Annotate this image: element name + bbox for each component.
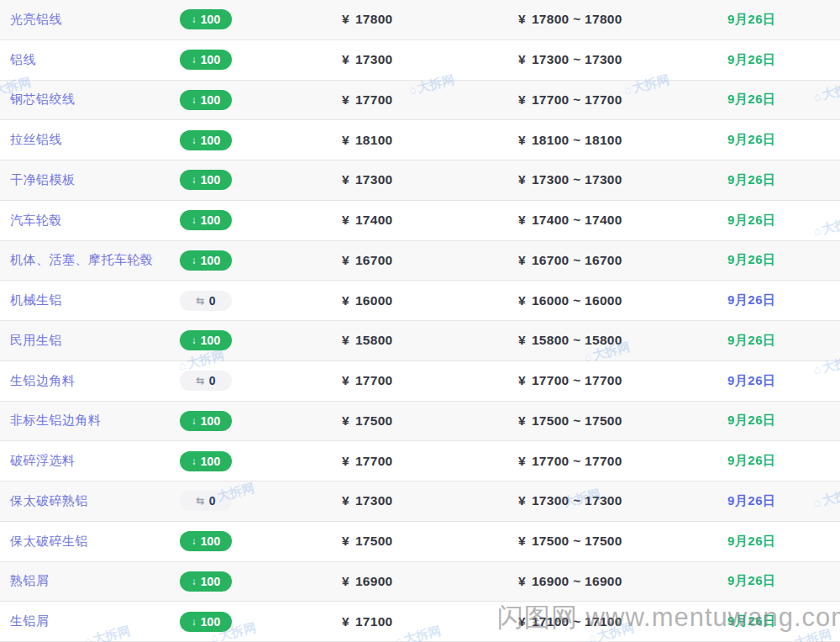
product-link[interactable]: 光亮铝线: [10, 12, 62, 26]
range-cell: ¥17700 ~ 17700: [518, 373, 727, 388]
change-arrow-icon: ↓: [192, 576, 197, 587]
change-badge: ↓ 100: [180, 612, 232, 632]
price-cell: ¥17700: [342, 454, 518, 469]
price-currency-symbol: ¥: [342, 172, 349, 187]
price-value: 17800: [355, 12, 393, 26]
price-value: 16000: [355, 293, 393, 308]
range-value: 16000 ~ 16000: [532, 293, 622, 308]
product-link[interactable]: 机械生铝: [10, 292, 62, 307]
product-link[interactable]: 民用生铝: [10, 333, 62, 347]
date-label: 9月26日: [727, 12, 776, 26]
change-arrow-icon: ↓: [192, 174, 197, 186]
range-cell: ¥17700 ~ 17700: [518, 454, 727, 469]
table-row: 干净铝模板 ↓ 100 ¥17300 ¥17300 ~ 17300 9月26日: [0, 160, 840, 201]
date-label: 9月26日: [727, 252, 776, 266]
product-link[interactable]: 铝线: [10, 52, 36, 66]
product-link[interactable]: 拉丝铝线: [10, 132, 62, 146]
change-badge: ↓ 100: [180, 330, 232, 350]
table-row: 生铝边角料 ⇆ 0 ¥17700 ¥17700 ~ 17700 9月26日: [0, 361, 840, 402]
range-value: 17300 ~ 17300: [532, 52, 622, 66]
change-cell: ⇆ 0: [180, 291, 342, 311]
product-link[interactable]: 钢芯铝绞线: [10, 92, 76, 106]
range-currency-symbol: ¥: [518, 293, 526, 308]
change-arrow-icon: ↓: [192, 535, 197, 547]
product-cell: 机械生铝: [0, 292, 180, 308]
change-cell: ↓ 100: [180, 130, 342, 150]
change-value: 100: [201, 334, 220, 347]
change-arrow-icon: ↓: [192, 415, 197, 427]
change-value: 0: [209, 294, 216, 308]
price-cell: ¥18100: [342, 133, 518, 148]
table-row: 机械生铝 ⇆ 0 ¥16000 ¥16000 ~ 16000 9月26日: [0, 281, 840, 321]
product-link[interactable]: 干净铝模板: [10, 172, 76, 187]
price-cell: ¥17300: [342, 52, 518, 67]
change-value: 100: [201, 134, 220, 147]
change-value: 100: [201, 213, 220, 227]
change-arrow-icon: ⇆: [197, 375, 205, 387]
range-cell: ¥16900 ~ 16900: [518, 574, 727, 589]
range-cell: ¥17500 ~ 17500: [518, 413, 727, 429]
date-label: 9月26日: [727, 534, 776, 548]
range-cell: ¥17300 ~ 17300: [518, 52, 727, 67]
range-currency-symbol: ¥: [518, 52, 526, 66]
range-currency-symbol: ¥: [518, 213, 526, 227]
change-cell: ⇆ 0: [180, 371, 342, 391]
date-label: 9月26日: [727, 413, 776, 427]
price-table: 光亮铝线 ↓ 100 ¥17800 ¥17800 ~ 17800 9月26日 铝…: [0, 0, 840, 642]
change-value: 100: [201, 53, 220, 66]
change-badge: ↓ 100: [180, 250, 232, 271]
change-value: 100: [201, 615, 220, 629]
change-cell: ↓ 100: [180, 170, 342, 190]
range-currency-symbol: ¥: [518, 333, 526, 347]
price-currency-symbol: ¥: [342, 293, 349, 308]
product-link[interactable]: 机体、活塞、摩托车轮毂: [10, 252, 154, 266]
table-row: 钢芯铝绞线 ↓ 100 ¥17700 ¥17700 ~ 17700 9月26日: [0, 81, 840, 121]
change-arrow-icon: ↓: [192, 334, 197, 346]
price-currency-symbol: ¥: [342, 534, 349, 548]
range-currency-symbol: ¥: [518, 534, 526, 548]
product-link[interactable]: 生铝屑: [10, 613, 50, 628]
change-value: 100: [201, 173, 220, 187]
range-cell: ¥17300 ~ 17300: [518, 172, 727, 187]
range-value: 15800 ~ 15800: [532, 333, 622, 347]
change-badge: ↓ 100: [180, 411, 232, 431]
change-badge: ⇆ 0: [180, 291, 232, 311]
change-badge: ⇆ 0: [180, 491, 232, 511]
change-cell: ↓ 100: [180, 50, 342, 70]
change-cell: ↓ 100: [180, 571, 342, 592]
range-value: 16900 ~ 16900: [532, 574, 622, 588]
product-link[interactable]: 汽车轮毂: [10, 213, 62, 227]
range-currency-symbol: ¥: [518, 614, 526, 629]
product-link[interactable]: 非标生铝边角料: [10, 413, 102, 427]
product-cell: 民用生铝: [0, 333, 180, 349]
product-link[interactable]: 保太破碎生铝: [10, 534, 88, 548]
date-cell: 9月26日: [727, 573, 840, 589]
range-value: 17300 ~ 17300: [532, 493, 622, 508]
product-cell: 熟铝屑: [0, 573, 180, 589]
change-cell: ↓ 100: [180, 411, 342, 431]
range-value: 16700 ~ 16700: [532, 253, 622, 267]
change-value: 100: [201, 534, 220, 548]
date-label: 9月26日: [727, 292, 776, 307]
change-arrow-icon: ↓: [192, 134, 197, 146]
product-link[interactable]: 熟铝屑: [10, 573, 50, 587]
product-cell: 汽车轮毂: [0, 213, 180, 229]
change-value: 100: [201, 414, 220, 428]
product-link[interactable]: 破碎浮选料: [10, 453, 76, 467]
date-label: 9月26日: [727, 573, 776, 587]
change-cell: ↓ 100: [180, 330, 342, 350]
range-value: 17500 ~ 17500: [532, 534, 622, 548]
date-cell: 9月26日: [727, 172, 840, 188]
change-value: 100: [201, 455, 220, 468]
date-label: 9月26日: [727, 453, 776, 467]
price-value: 15800: [355, 333, 393, 347]
change-value: 0: [209, 374, 216, 387]
product-link[interactable]: 生铝边角料: [10, 373, 76, 387]
price-value: 17300: [355, 52, 393, 66]
table-row: 铝线 ↓ 100 ¥17300 ¥17300 ~ 17300 9月26日: [0, 40, 840, 81]
product-cell: 机体、活塞、摩托车轮毂: [0, 252, 180, 268]
change-value: 0: [209, 494, 216, 508]
date-cell: 9月26日: [727, 52, 840, 68]
product-link[interactable]: 保太破碎熟铝: [10, 493, 88, 508]
range-cell: ¥17100 ~ 17100: [518, 614, 727, 629]
